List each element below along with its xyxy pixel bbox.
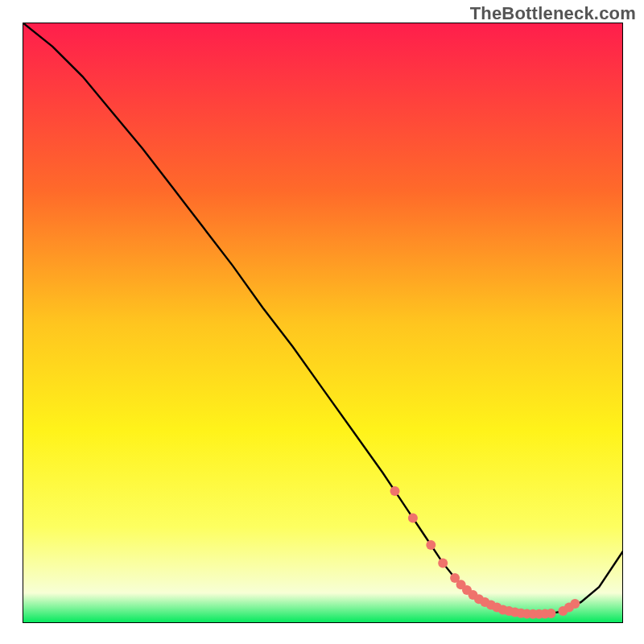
- marker-dot: [408, 514, 418, 523]
- marker-dot: [570, 599, 580, 609]
- chart-svg: [23, 23, 623, 623]
- marker-dot: [438, 558, 448, 568]
- chart-stage: TheBottleneck.com: [0, 0, 644, 644]
- marker-dot: [390, 486, 400, 496]
- plot-area: [23, 23, 623, 623]
- watermark-text: TheBottleneck.com: [470, 3, 636, 24]
- marker-dot: [547, 609, 556, 618]
- marker-dot: [426, 540, 436, 550]
